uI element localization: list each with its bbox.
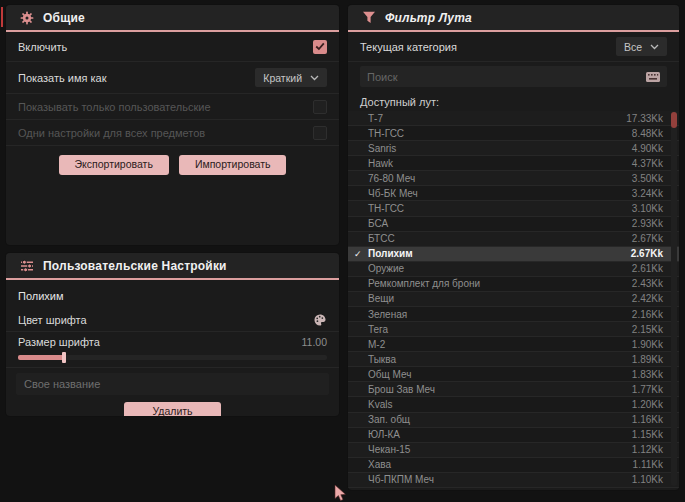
loot-item-name: Hawk (368, 158, 393, 169)
slider-grab[interactable] (62, 352, 66, 363)
check-icon (315, 42, 325, 51)
loot-item-value: 2.42Kk (632, 293, 663, 304)
loot-item-value: 8.48Kk (632, 128, 663, 139)
loot-item-value: 2.61Kk (632, 263, 663, 274)
enable-checkbox[interactable] (313, 40, 327, 54)
same-settings-checkbox[interactable] (313, 126, 327, 140)
custom-name-input[interactable]: Свое название (16, 373, 329, 395)
loot-item-value: 2.16Kk (632, 309, 663, 320)
delete-row: Удалить (6, 402, 339, 416)
same-settings-row: Одни настройки для всех предметов (6, 120, 339, 146)
loot-list-item[interactable]: Зеленая2.16Kk (348, 307, 679, 322)
loot-filter-panel: Фильтр Лута Текущая категория Все Поиск … (348, 5, 679, 490)
loot-list-item[interactable]: ✓Полихим2.67Kk (348, 247, 679, 262)
loot-item-value: 1.15Kk (632, 429, 663, 440)
only-custom-checkbox[interactable] (313, 100, 327, 114)
loot-list-item[interactable]: Чб-ПКПМ Меч1.10Kk (348, 473, 679, 488)
loot-item-value: 3.10Kk (632, 203, 663, 214)
show-name-value: Краткий (263, 72, 302, 84)
category-row: Текущая категория Все (348, 32, 679, 62)
loot-list-item[interactable]: Т-717.33Kk (348, 111, 679, 126)
loot-item-value: 1.83Kk (632, 369, 663, 380)
import-button[interactable]: Импортировать (179, 155, 287, 175)
search-input[interactable]: Поиск (360, 66, 667, 87)
search-placeholder: Поиск (367, 71, 397, 83)
loot-list-item[interactable]: Чекан-151.12Kk (348, 443, 679, 458)
user-settings-header: Пользовательские Настройки (6, 253, 339, 280)
loot-item-name: Kvals (368, 399, 392, 410)
loot-item-value: 2.43Kk (632, 278, 663, 289)
loot-list-item[interactable]: БТСС2.67Kk (348, 232, 679, 247)
loot-item-value: 4.90Kk (632, 143, 663, 154)
loot-item-value: 1.77Kk (632, 384, 663, 395)
loot-item-name: Хава (368, 459, 391, 470)
gear-icon (20, 11, 34, 25)
loot-list-item[interactable]: Чб-БК Меч3.24Kk (348, 186, 679, 201)
loot-item-name: Sanris (368, 143, 396, 154)
user-settings-title: Пользовательские Настройки (43, 259, 227, 273)
font-size-row: Размер шрифта 11.00 (6, 332, 339, 352)
loot-list-item[interactable]: ТН-ГСС3.10Kk (348, 201, 679, 216)
only-custom-label: Показывать только пользовательские (18, 101, 211, 113)
category-label: Текущая категория (360, 41, 457, 53)
loot-item-name: Чб-ПКПМ Меч (368, 474, 434, 485)
loot-item-name: Зап. общ (368, 414, 410, 425)
loot-item-name: ЮЛ-КА (368, 429, 400, 440)
loot-list-item[interactable]: ТН-ГСС8.48Kk (348, 126, 679, 141)
font-size-slider[interactable] (18, 355, 327, 360)
loot-item-value: 4.37Kk (632, 158, 663, 169)
general-panel: Общие Включить Показать имя как Краткий … (6, 5, 339, 245)
loot-list-item[interactable]: Вещи2.42Kk (348, 292, 679, 307)
loot-list-item[interactable]: Брош Зав Меч1.77Kk (348, 382, 679, 397)
delete-button[interactable]: Удалить (124, 402, 220, 416)
loot-list-item[interactable]: Sanris4.90Kk (348, 141, 679, 156)
scrollbar[interactable] (671, 111, 677, 486)
loot-list: Т-717.33KkТН-ГСС8.48KkSanris4.90KkHawk4.… (348, 111, 679, 488)
show-name-dropdown[interactable]: Краткий (255, 68, 327, 87)
loot-list-item[interactable]: Общ Меч1.83Kk (348, 367, 679, 382)
loot-list-item[interactable]: 76-80 Меч3.50Kk (348, 171, 679, 186)
loot-list-item[interactable]: Тыква1.89Kk (348, 352, 679, 367)
loot-list-item[interactable]: БСА2.93Kk (348, 217, 679, 232)
font-size-value: 11.00 (302, 336, 328, 348)
export-button[interactable]: Экспортировать (59, 155, 169, 175)
loot-list-item[interactable]: Оружие2.61Kk (348, 262, 679, 277)
loot-item-name: Ремкомплект для брони (368, 278, 480, 289)
loot-list-item[interactable]: Hawk4.37Kk (348, 156, 679, 171)
loot-item-value: 2.15Kk (632, 324, 663, 335)
loot-list-item[interactable]: ЮЛ-КА1.15Kk (348, 428, 679, 443)
enable-label: Включить (18, 41, 67, 53)
loot-item-value: 1.12Kk (632, 444, 663, 455)
loot-list-item[interactable]: Тега2.15Kk (348, 322, 679, 337)
loot-item-name: Общ Меч (368, 369, 411, 380)
loot-list-item[interactable]: М-21.90Kk (348, 337, 679, 352)
font-color-row: Цвет шрифта (6, 308, 339, 332)
loot-filter-title: Фильтр Лута (385, 11, 472, 25)
loot-list-item[interactable]: Зап. общ1.16Kk (348, 413, 679, 428)
font-size-label: Размер шрифта (18, 336, 100, 348)
loot-item-name: Вещи (368, 293, 394, 304)
loot-item-name: Брош Зав Меч (368, 384, 435, 395)
loot-item-value: 17.33Kk (626, 113, 663, 124)
loot-item-name: Оружие (368, 263, 404, 274)
loot-item-value: 2.67Kk (631, 248, 663, 259)
scrollbar-thumb[interactable] (671, 112, 677, 128)
chevron-down-icon (310, 75, 319, 81)
loot-list-item[interactable]: Хава1.11Kk (348, 458, 679, 473)
check-icon: ✓ (354, 249, 362, 259)
loot-list-item[interactable]: Kvals1.20Kk (348, 397, 679, 412)
loot-item-name: ТН-ГСС (368, 203, 404, 214)
font-size-slider-wrap (6, 352, 339, 368)
show-name-row: Показать имя как Краткий (6, 62, 339, 94)
loot-item-value: 1.16Kk (632, 414, 663, 425)
loot-item-name: Тыква (368, 354, 396, 365)
general-panel-header: Общие (6, 5, 339, 32)
loot-item-value: 1.11Kk (633, 459, 663, 470)
loot-item-name: Т-7 (368, 113, 383, 124)
loot-item-value: 1.10Kk (632, 474, 663, 485)
keyboard-icon[interactable] (646, 72, 660, 82)
loot-list-item[interactable]: Ремкомплект для брони2.43Kk (348, 277, 679, 292)
category-dropdown[interactable]: Все (616, 37, 667, 56)
palette-icon[interactable] (313, 313, 327, 327)
loot-item-value: 3.24Kk (632, 188, 663, 199)
